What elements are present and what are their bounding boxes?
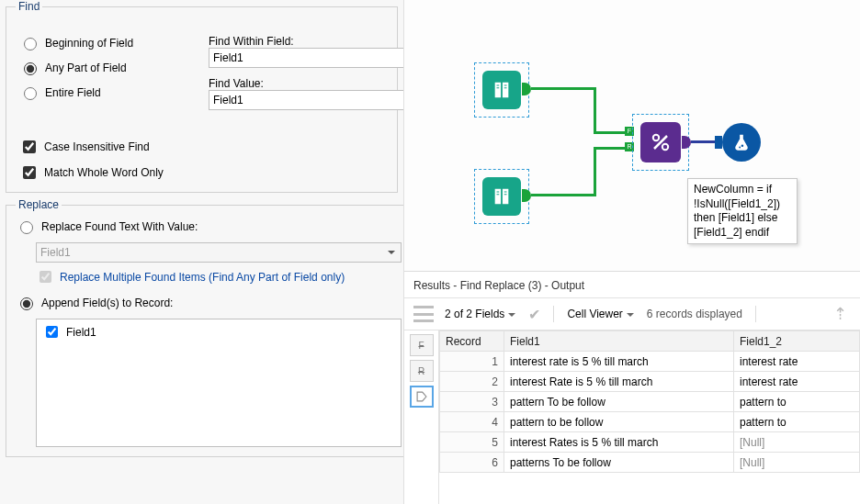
table-row[interactable]: 3pattern To be followpattern to [440,392,860,412]
cell-field1[interactable]: interest rate is 5 % till march [504,352,734,372]
radio-beginning-of-field[interactable]: Beginning of Field [19,35,133,50]
radio-label: Beginning of Field [45,37,133,50]
separator [553,306,554,322]
connection-wire [594,149,596,196]
cell-field1_2[interactable]: pattern to [734,392,860,412]
output-anchor[interactable] [682,136,691,149]
find-within-select[interactable]: Field1 [209,48,404,68]
radio-any-part-of-field[interactable]: Any Part of Field [19,60,133,75]
workflow-canvas[interactable]: F R NewColumn = i [404,0,860,272]
cell-field1_2[interactable]: interest rate [734,372,860,392]
check-replace-multiple[interactable]: Replace Multiple Found Items (Find Any P… [36,268,402,286]
config-panel: Find Beginning of Field Any Part of Fiel… [0,0,404,504]
text-input-tool-1[interactable] [482,71,521,109]
tab-output[interactable] [410,386,434,408]
svg-point-1 [662,144,668,150]
find-group: Find Beginning of Field Any Part of Fiel… [6,0,398,193]
separator [755,306,756,322]
col-field1[interactable]: Field1 [504,331,734,352]
svg-line-2 [654,136,667,149]
annotation-text: NewColumn = if !IsNull([Field1_2]) then … [694,183,780,239]
results-toolbar: 2 of 2 Fields ✔ Cell Viewer 6 records di… [404,298,860,330]
table-row[interactable]: 5interest Rates is 5 % till march[Null] [440,432,860,453]
field-count-dropdown[interactable]: 2 of 2 Fields [445,308,515,320]
cell-field1[interactable]: interest Rates is 5 % till march [504,432,734,453]
tab-f[interactable]: F [410,334,434,356]
connection-wire [594,131,627,134]
find-within-label: Find Within Field: [209,35,404,48]
cell-record: 1 [440,352,504,372]
book-icon [492,80,512,100]
replace-legend: Replace [16,198,62,211]
radio-label: Append Field(s) to Record: [41,297,173,309]
connection-wire [594,87,596,133]
select-value: Field1 [213,94,243,106]
svg-point-0 [653,135,659,140]
cell-field1[interactable]: pattern to be follow [504,412,734,432]
cell-viewer-dropdown[interactable]: Cell Viewer [567,308,633,320]
append-field-list[interactable]: Field1 [36,319,402,447]
check-label: Case Insensitive Find [44,140,150,153]
cell-record: 5 [440,432,504,453]
replace-group: Replace Replace Found Text With Value: F… [6,198,404,457]
cell-field1[interactable]: interest Rate is 5 % till march [504,372,734,392]
select-value: Field1 [213,51,243,64]
collapse-icon[interactable]: ⇡ [833,304,854,324]
radio-label: Replace Found Text With Value: [41,220,198,233]
book-icon [492,186,512,207]
cell-field1_2[interactable]: [Null] [734,453,860,473]
table-row[interactable]: 2interest Rate is 5 % till marchinterest… [440,372,860,392]
connection-wire [531,87,595,90]
radio-replace-with-value[interactable]: Replace Found Text With Value: [16,218,198,234]
formula-annotation: NewColumn = if !IsNull([Field1_2]) then … [687,178,798,244]
table-row[interactable]: 6patterns To be follow[Null] [440,453,860,473]
check-label: Match Whole Word Only [44,166,164,179]
check-whole-word[interactable]: Match Whole Word Only [19,163,164,182]
output-anchor[interactable] [522,189,531,202]
radio-label: Any Part of Field [45,62,127,74]
find-value-select[interactable]: Field1 [209,90,404,110]
results-panel: Results - Find Replace (3) - Output 2 of… [404,272,860,504]
cell-record: 2 [440,372,504,392]
cell-field1[interactable]: patterns To be follow [504,453,734,473]
table-row[interactable]: 1interest rate is 5 % till marchinterest… [440,352,860,372]
cell-field1[interactable]: pattern To be follow [504,392,734,412]
cell-field1_2[interactable]: pattern to [734,412,860,432]
output-anchor[interactable] [522,83,531,95]
formula-tool[interactable] [722,123,761,162]
col-record[interactable]: Record [440,331,504,352]
results-grid[interactable]: Record Field1 Field1_2 1interest rate is… [439,330,860,504]
check-label: Replace Multiple Found Items (Find Any P… [60,271,345,284]
check-case-insensitive[interactable]: Case Insensitive Find [19,138,150,156]
connection-wire [531,194,595,196]
cell-field1_2[interactable]: [Null] [734,432,860,453]
col-field1_2[interactable]: Field1_2 [734,331,860,352]
svg-point-4 [739,147,741,149]
svg-point-3 [741,144,744,147]
output-anchor-icon [415,390,428,403]
percent-slash-icon [650,131,672,153]
find-replace-tool[interactable] [640,122,681,162]
input-anchor[interactable] [715,136,722,149]
radio-append-fields[interactable]: Append Field(s) to Record: [16,295,173,310]
field-list-item[interactable]: Field1 [42,323,395,341]
rows-icon[interactable] [413,306,434,322]
text-input-tool-2[interactable] [482,177,521,216]
connection-wire [691,140,717,143]
find-value-label: Find Value: [209,77,404,90]
connection-wire [594,147,627,150]
radio-entire-field[interactable]: Entire Field [19,84,133,100]
table-row[interactable]: 4pattern to be followpattern to [440,412,860,432]
replace-value-select: Field1 [36,242,402,263]
results-title: Results - Find Replace (3) - Output [404,272,860,298]
flask-icon [731,132,752,152]
record-count-label: 6 records displayed [647,308,742,320]
tab-r[interactable]: R [410,360,434,382]
cell-field1_2[interactable]: interest rate [734,352,860,372]
cell-record: 3 [440,392,504,412]
field-label: Field1 [66,326,96,339]
select-value: Field1 [40,246,71,259]
find-legend: Find [16,0,42,13]
cell-record: 4 [440,412,504,432]
radio-label: Entire Field [45,86,101,99]
